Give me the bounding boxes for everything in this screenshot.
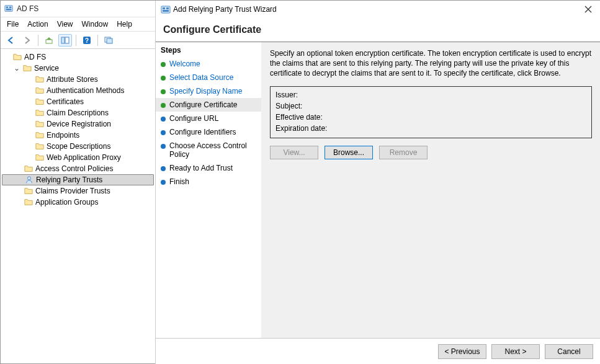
step-configure-url[interactable]: Configure URL bbox=[156, 112, 261, 125]
tree-claims-provider-trusts[interactable]: Claims Provider Trusts bbox=[2, 185, 154, 197]
svg-rect-1 bbox=[6, 7, 9, 9]
wizard-content: Specify an optional token encryption cer… bbox=[261, 42, 600, 338]
tree-item[interactable]: Attribute Stores bbox=[2, 74, 154, 85]
svg-rect-6 bbox=[65, 37, 69, 43]
wizard-footer: < Previous Next > Cancel bbox=[156, 339, 600, 364]
folder-icon bbox=[35, 109, 44, 117]
tree-label: Relying Party Trusts bbox=[36, 174, 102, 185]
next-button[interactable]: Next > bbox=[491, 344, 540, 359]
menu-help[interactable]: Help bbox=[117, 20, 132, 29]
step-configure-certificate[interactable]: Configure Certificate bbox=[156, 98, 261, 112]
relying-party-trust-icon bbox=[25, 175, 34, 184]
toolbar-separator bbox=[97, 35, 98, 46]
wizard-titlebar: Add Relying Party Trust Wizard bbox=[156, 1, 600, 18]
step-select-data-source[interactable]: Select Data Source bbox=[156, 71, 261, 84]
folder-icon bbox=[35, 120, 44, 128]
back-button[interactable] bbox=[4, 34, 18, 47]
svg-rect-14 bbox=[166, 7, 169, 9]
svg-point-11 bbox=[27, 177, 30, 180]
folder-icon bbox=[24, 198, 33, 206]
step-label: Finish bbox=[169, 177, 189, 186]
svg-rect-5 bbox=[61, 37, 65, 43]
forward-button[interactable] bbox=[20, 34, 34, 47]
expand-icon[interactable]: ⌄ bbox=[13, 63, 20, 74]
svg-rect-0 bbox=[5, 6, 12, 12]
mmc-titlebar: AD FS bbox=[1, 1, 155, 17]
tree-label: AD FS bbox=[24, 51, 46, 63]
folder-icon bbox=[24, 164, 33, 173]
previous-button[interactable]: < Previous bbox=[438, 344, 486, 359]
tree-service[interactable]: ⌄ Service bbox=[2, 63, 154, 74]
menu-file[interactable]: File bbox=[7, 20, 19, 29]
tree-item[interactable]: Claim Descriptions bbox=[2, 107, 154, 118]
wizard-title-text: Add Relying Party Trust Wizard bbox=[173, 5, 277, 14]
up-button[interactable] bbox=[42, 34, 56, 47]
tree-application-groups[interactable]: Application Groups bbox=[2, 197, 154, 208]
close-button[interactable] bbox=[581, 2, 596, 17]
certificate-details-box: Issuer: Subject: Effective date: Expirat… bbox=[270, 86, 592, 138]
step-welcome[interactable]: Welcome bbox=[156, 57, 261, 71]
tree-item[interactable]: Device Registration bbox=[2, 118, 154, 130]
menu-window[interactable]: Window bbox=[82, 20, 109, 29]
step-finish[interactable]: Finish bbox=[156, 175, 261, 189]
show-hide-tree-button[interactable] bbox=[58, 34, 72, 47]
tree-item[interactable]: Scope Descriptions bbox=[2, 141, 154, 152]
step-label: Configure Identifiers bbox=[169, 128, 236, 136]
svg-rect-4 bbox=[46, 40, 52, 43]
cert-expiration-date-label: Expiration date: bbox=[275, 123, 586, 134]
view-button: View... bbox=[270, 146, 318, 159]
tree-label: Endpoints bbox=[47, 130, 79, 141]
step-done-icon bbox=[161, 89, 166, 94]
svg-rect-3 bbox=[6, 9, 12, 11]
step-label[interactable]: Specify Display Name bbox=[169, 87, 242, 95]
wizard-window: Add Relying Party Trust Wizard Configure… bbox=[156, 1, 600, 364]
toolbar-separator bbox=[38, 35, 38, 46]
step-configure-identifiers[interactable]: Configure Identifiers bbox=[156, 125, 261, 139]
step-label[interactable]: Welcome bbox=[169, 60, 200, 68]
tree-label: Claim Descriptions bbox=[47, 107, 109, 118]
folder-icon bbox=[35, 131, 44, 140]
step-pending-icon bbox=[161, 144, 166, 149]
tree-label: Authentication Methods bbox=[47, 85, 124, 96]
menu-view[interactable]: View bbox=[57, 20, 73, 29]
svg-rect-12 bbox=[161, 6, 170, 13]
tree-item[interactable]: Certificates bbox=[2, 96, 154, 107]
step-choose-access-control-policy[interactable]: Choose Access Control Policy bbox=[156, 139, 261, 161]
browse-button[interactable]: Browse... bbox=[325, 146, 373, 159]
step-done-icon bbox=[161, 76, 166, 81]
mmc-toolbar: ? bbox=[1, 32, 155, 49]
svg-rect-2 bbox=[9, 7, 12, 9]
mmc-menubar: File Action View Window Help bbox=[1, 17, 155, 32]
tree-relying-party-trusts[interactable]: Relying Party Trusts bbox=[2, 174, 154, 185]
tree-label: Scope Descriptions bbox=[47, 141, 110, 152]
step-label: Ready to Add Trust bbox=[169, 164, 233, 172]
folder-icon bbox=[13, 53, 22, 61]
svg-rect-10 bbox=[107, 38, 112, 43]
scope-tree[interactable]: AD FS ⌄ Service Attribute Stores Authent… bbox=[1, 49, 155, 210]
step-label: Choose Access Control Policy bbox=[169, 141, 256, 159]
remove-button: Remove bbox=[379, 146, 428, 159]
step-specify-display-name[interactable]: Specify Display Name bbox=[156, 84, 261, 98]
cancel-button[interactable]: Cancel bbox=[545, 344, 593, 359]
mmc-title-text: AD FS bbox=[17, 4, 38, 13]
toolbar-separator bbox=[76, 35, 76, 46]
tree-item[interactable]: Web Application Proxy bbox=[2, 152, 154, 163]
wizard-icon bbox=[161, 5, 169, 14]
new-window-button[interactable] bbox=[102, 34, 115, 47]
tree-access-control-policies[interactable]: Access Control Policies bbox=[2, 163, 154, 174]
menu-action[interactable]: Action bbox=[27, 20, 48, 29]
wizard-header: Configure Certificate bbox=[156, 18, 600, 42]
step-ready-to-add-trust[interactable]: Ready to Add Trust bbox=[156, 161, 261, 175]
step-pending-icon bbox=[161, 130, 166, 135]
tree-label: Claims Provider Trusts bbox=[35, 185, 110, 197]
step-pending-icon bbox=[161, 180, 166, 185]
tree-root[interactable]: AD FS bbox=[2, 51, 154, 63]
svg-rect-13 bbox=[163, 7, 165, 9]
step-label: Configure Certificate bbox=[169, 100, 237, 109]
tree-item[interactable]: Endpoints bbox=[2, 130, 154, 141]
step-current-icon bbox=[161, 103, 166, 108]
help-button[interactable]: ? bbox=[80, 34, 94, 47]
tree-item[interactable]: Authentication Methods bbox=[2, 85, 154, 96]
step-label[interactable]: Select Data Source bbox=[169, 73, 233, 82]
svg-text:?: ? bbox=[85, 37, 89, 44]
